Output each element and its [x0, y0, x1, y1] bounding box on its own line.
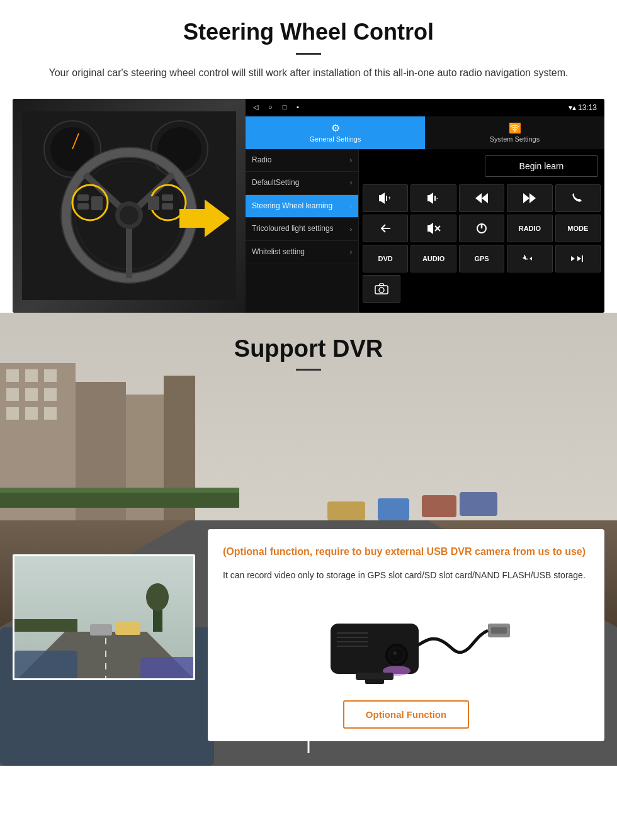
android-panel: ◁ ○ □ ▪ ▾▴ 13:13 ⚙ General Settings 🛜	[246, 99, 604, 313]
menu-item-whitelist-label: Whitelist setting	[252, 247, 305, 257]
svg-rect-16	[77, 203, 89, 210]
svg-rect-88	[491, 627, 507, 634]
menu-item-tricoloured-label: Tricoloured light settings	[252, 224, 334, 234]
nav-recent-icon: □	[283, 103, 287, 111]
dvr-section: Support DVR	[0, 313, 617, 766]
tab-general-settings[interactable]: ⚙ General Settings	[246, 116, 425, 149]
signal-icon: ▾▴	[569, 103, 578, 112]
svg-rect-56	[6, 388, 19, 401]
steering-demo-block: ◁ ○ □ ▪ ▾▴ 13:13 ⚙ General Settings 🛜	[13, 99, 604, 313]
audio-btn[interactable]: AUDIO	[410, 245, 456, 272]
dvr-card-desc: It can record video only to storage in G…	[223, 568, 589, 582]
svg-marker-45	[577, 256, 581, 261]
dvr-divider	[296, 369, 321, 371]
gps-btn[interactable]: GPS	[459, 245, 504, 272]
svg-rect-60	[25, 407, 38, 420]
svg-marker-34	[529, 193, 536, 203]
power-btn[interactable]	[459, 215, 504, 242]
dvd-label: DVD	[378, 255, 393, 262]
menu-item-steering-label: Steering Wheel learning	[252, 201, 332, 211]
dvr-camera-illustration	[223, 592, 589, 693]
menu-item-defaultsetting-label: DefaultSetting	[252, 178, 299, 188]
statusbar: ◁ ○ □ ▪ ▾▴ 13:13	[246, 99, 604, 116]
menu-item-whitelist[interactable]: Whitelist setting ›	[246, 241, 358, 264]
svg-rect-86	[140, 657, 195, 680]
svg-rect-59	[6, 407, 19, 420]
tab-general-label: General Settings	[310, 135, 361, 143]
menu-item-defaultsetting[interactable]: DefaultSetting ›	[246, 172, 358, 195]
phone-prev-btn[interactable]	[507, 245, 552, 272]
title-divider	[296, 53, 321, 55]
vol-down-btn[interactable]: -	[410, 184, 456, 212]
gear-icon: ⚙	[331, 122, 340, 134]
chevron-right-icon: ›	[350, 203, 352, 210]
svg-marker-49	[379, 283, 384, 286]
camera-btn[interactable]	[363, 275, 400, 303]
steering-wheel-svg	[22, 111, 236, 300]
svg-point-13	[120, 206, 139, 225]
svg-rect-17	[91, 196, 103, 210]
statusbar-nav: ◁ ○ □ ▪	[253, 103, 299, 111]
svg-marker-24	[381, 193, 385, 204]
svg-rect-57	[25, 388, 38, 401]
vol-up-btn[interactable]: +	[363, 184, 408, 212]
time-display: 13:13	[578, 103, 597, 112]
phone-btn[interactable]	[555, 184, 601, 212]
svg-marker-37	[429, 223, 433, 234]
svg-marker-44	[571, 256, 575, 261]
svg-point-82	[146, 583, 169, 611]
dvr-header: Support DVR	[0, 313, 617, 378]
begin-learn-button[interactable]: Begin learn	[485, 155, 598, 177]
control-row-4	[363, 275, 601, 303]
chevron-right-icon: ›	[350, 157, 352, 164]
svg-point-48	[379, 288, 384, 293]
svg-rect-69	[327, 501, 365, 520]
svg-marker-31	[482, 193, 488, 203]
optional-function-button[interactable]: Optional Function	[343, 700, 469, 729]
dvr-content-area: (Optional function, require to buy exter…	[0, 529, 617, 741]
svg-marker-33	[523, 193, 529, 203]
steering-wheel-graphic	[13, 99, 246, 313]
prev-btn[interactable]	[459, 184, 504, 212]
next-btn[interactable]	[507, 184, 552, 212]
svg-rect-72	[460, 492, 497, 516]
svg-rect-71	[422, 495, 456, 517]
skip-next-btn[interactable]	[555, 245, 601, 272]
dvd-btn[interactable]: DVD	[363, 245, 408, 272]
dvr-title: Support DVR	[25, 335, 592, 362]
nav-home-icon: ○	[268, 103, 273, 111]
svg-rect-85	[14, 651, 77, 680]
settings-menu-list: Radio › DefaultSetting › Steering Wheel …	[246, 149, 359, 313]
menu-item-steering-wheel[interactable]: Steering Wheel learning ›	[246, 195, 358, 218]
svg-text:+: +	[388, 195, 391, 201]
chevron-right-icon: ›	[350, 249, 352, 255]
menu-item-radio-label: Radio	[252, 155, 271, 165]
gps-label: GPS	[474, 255, 489, 262]
steering-title: Steering Wheel Control	[25, 19, 592, 45]
radio-btn[interactable]: RADIO	[507, 215, 552, 242]
mode-btn[interactable]: MODE	[555, 215, 601, 242]
mute-btn[interactable]	[410, 215, 456, 242]
svg-rect-21	[148, 196, 159, 210]
svg-rect-84	[90, 624, 112, 636]
begin-learn-row: Begin learn	[363, 153, 601, 182]
settings-tabs: ⚙ General Settings 🛜 System Settings	[246, 116, 604, 149]
svg-rect-70	[378, 498, 409, 520]
svg-rect-80	[14, 619, 77, 632]
dvr-thumbnail-image	[13, 554, 195, 680]
svg-rect-83	[115, 622, 140, 635]
statusbar-time: ▾▴ 13:13	[569, 103, 597, 112]
steering-section: Steering Wheel Control Your original car…	[0, 0, 617, 313]
svg-rect-15	[77, 194, 89, 201]
tab-system-label: System Settings	[490, 135, 540, 143]
menu-item-tricoloured[interactable]: Tricoloured light settings ›	[246, 218, 358, 241]
thumbnail-svg	[14, 556, 195, 680]
menu-item-radio[interactable]: Radio ›	[246, 149, 358, 172]
nav-menu-icon: ▪	[297, 103, 299, 111]
svg-point-96	[390, 649, 403, 661]
tab-system-settings[interactable]: 🛜 System Settings	[425, 116, 604, 149]
svg-rect-100	[365, 679, 384, 684]
svg-rect-58	[44, 388, 57, 401]
back-btn[interactable]	[363, 215, 408, 242]
dvr-card-title: (Optional function, require to buy exter…	[223, 544, 589, 559]
